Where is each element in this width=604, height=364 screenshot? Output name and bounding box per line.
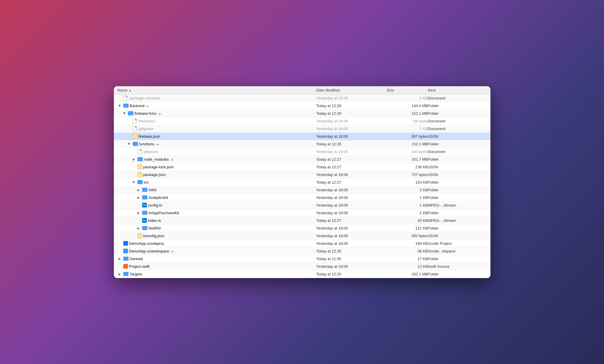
name-cell: DemoApp.xcworkspace ☁ (117, 249, 316, 253)
kind-cell: Folder (428, 195, 487, 200)
kind-cell: Folder (428, 226, 487, 230)
table-row[interactable]: .firebaserc Yesterday at 18:09 68 bytes … (114, 117, 490, 125)
col-name-header[interactable]: Name ▲ (117, 88, 316, 92)
size-cell: 2 KB (387, 211, 428, 215)
date-cell: Yesterday at 18:09 (316, 264, 387, 269)
table-row[interactable]: .gitignore Yesterday at 18:09 1 KB Docum… (114, 125, 490, 133)
kind-cell: Folder (428, 211, 487, 215)
table-row[interactable]: ▶ AnalyticsKit Yesterday at 18:09 1 KB F… (114, 194, 490, 202)
table-row[interactable]: Project.swift Yesterday at 18:09 12 KB S… (114, 263, 490, 270)
size-cell: 151,7 MB (387, 157, 428, 162)
date-cell: Today at 12:26 (316, 249, 387, 253)
size-cell: 152,1 MB (387, 142, 428, 146)
table-row[interactable]: tsconfig.json Yesterday at 18:09 250 byt… (114, 232, 490, 240)
size-cell: 2 KB (387, 188, 428, 192)
file-name: firebase.json (139, 134, 160, 139)
file-name: .gitignore (143, 149, 158, 154)
name-cell: ▶ functions ☁ (117, 142, 316, 146)
cloud-icon: ☁ (156, 142, 159, 146)
kind-cell: Folder (428, 111, 487, 116)
table-row[interactable]: ▶ InAppPurchaseKit Yesterday at 18:09 2 … (114, 209, 490, 217)
table-row[interactable]: ▶ NotifKit Yesterday at 18:09 121 KB Fol… (114, 225, 490, 232)
table-row[interactable]: .gitignore Yesterday at 18:09 146 bytes … (114, 148, 490, 156)
file-name: DemoApp.xcodeproj (129, 241, 164, 246)
date-cell: Yesterday at 18:09 (316, 188, 387, 192)
table-row[interactable]: ▶ Targets Today at 12:25 102,1 MB Folder (114, 270, 490, 278)
date-cell: Today at 12:27 (316, 157, 387, 162)
kind-cell: JSON (428, 134, 487, 139)
name-cell: DemoApp.xcodeproj (117, 241, 316, 246)
name-cell: TS index.ts (117, 218, 316, 223)
table-row[interactable]: ▶ src Today at 12:27 153 KB Folder (114, 179, 490, 186)
file-name: config.ts (148, 203, 162, 207)
table-row[interactable]: ▶ AIKit Yesterday at 18:09 2 KB Folder (114, 186, 490, 194)
date-cell: Today at 12:28 (316, 142, 387, 146)
table-row[interactable]: firebase.json Yesterday at 18:09 287 byt… (114, 133, 490, 140)
file-name: .gitignore (138, 127, 154, 131)
name-cell: Project.swift (117, 264, 316, 269)
table-row[interactable]: package.json Yesterday at 18:09 737 byte… (114, 171, 490, 179)
table-row[interactable]: ▶ node_modules ☁ Today at 12:27 151,7 MB… (114, 156, 490, 163)
kind-cell: Document (428, 119, 487, 123)
kind-cell: JSON (428, 234, 487, 238)
size-cell: 238 KB (387, 165, 428, 169)
name-cell: ▶ InAppPurchaseKit (117, 211, 316, 215)
cloud-icon: ☁ (170, 249, 174, 253)
size-cell: 146 bytes (387, 149, 428, 154)
table-row[interactable]: ▶ functions ☁ Today at 12:28 152,1 MB Fo… (114, 140, 490, 148)
file-name: InAppPurchaseKit (149, 211, 179, 215)
table-row[interactable]: TS config.ts Yesterday at 18:09 1 KB MPE… (114, 202, 490, 209)
file-name: AIKit (149, 188, 157, 192)
size-cell: 1 KB (387, 127, 428, 131)
table-row[interactable]: ▶ Backend ☁ Today at 12:28 144,4 MB Fold… (114, 102, 490, 110)
date-cell: Yesterday at 18:09 (316, 241, 387, 246)
date-cell: Today at 12:28 (316, 104, 387, 108)
kind-cell: Folder (428, 272, 487, 276)
cloud-icon: ☁ (170, 157, 174, 161)
table-row[interactable]: .package.resolved Yesterday at 18:09 6 K… (114, 94, 490, 102)
size-cell: 144,4 MB (387, 104, 428, 108)
name-cell: package-lock.json (117, 164, 316, 169)
kind-cell: Folder (428, 104, 487, 108)
size-cell: 12 KB (387, 264, 428, 269)
size-cell: 152,1 MB (387, 111, 428, 116)
cloud-icon: ☁ (158, 111, 161, 115)
kind-cell: Folder (428, 257, 487, 261)
date-cell: Yesterday at 18:09 (316, 226, 387, 230)
file-name: .firebaserc (138, 119, 156, 123)
name-cell: ▶ NotifKit (117, 226, 316, 230)
table-row[interactable]: package-lock.json Today at 12:27 238 KB … (114, 163, 490, 171)
table-row[interactable]: ▶ firebase-func ☁ Today at 12:28 152,1 M… (114, 110, 490, 117)
table-row[interactable]: DemoApp.xcodeproj Yesterday at 18:09 168… (114, 240, 490, 247)
name-cell: .package.resolved (117, 96, 316, 101)
size-cell: 1 KB (387, 203, 428, 207)
size-cell: 121 KB (387, 226, 428, 230)
kind-cell: Document (428, 96, 487, 100)
file-name: Backend (130, 104, 145, 108)
file-name: package-lock.json (143, 165, 174, 169)
date-cell: Yesterday at 18:09 (316, 119, 387, 123)
kind-cell: MPEG-...Stream (428, 218, 487, 223)
table-row[interactable]: TS index.ts Today at 12:27 20 KB MPEG-..… (114, 217, 490, 225)
col-size-header[interactable]: Size (387, 88, 428, 92)
col-kind-header[interactable]: Kind (428, 88, 487, 92)
date-cell: Today at 12:27 (316, 218, 387, 223)
size-cell: 287 bytes (387, 134, 428, 139)
size-cell: 250 bytes (387, 234, 428, 238)
file-name: NotifKit (149, 226, 161, 230)
table-row[interactable]: ▶ Derived Today at 11:35 17 KB Folder (114, 255, 490, 263)
col-name-label: Name (117, 88, 128, 92)
sort-arrow-icon: ▲ (129, 89, 132, 92)
file-name: tsconfig.json (143, 234, 164, 238)
file-name: src (144, 180, 149, 185)
table-row[interactable]: DemoApp.xcworkspace ☁ Today at 12:26 36 … (114, 247, 490, 255)
file-name: functions (139, 142, 154, 146)
file-name: Derived (130, 257, 143, 261)
date-cell: Today at 11:35 (316, 257, 387, 261)
kind-cell: MPEG-...Stream (428, 203, 487, 207)
size-cell: 168 KB (387, 241, 428, 246)
col-date-header[interactable]: Date Modified (316, 88, 387, 92)
name-cell: tsconfig.json (117, 233, 316, 238)
date-cell: Today at 12:27 (316, 180, 387, 185)
name-cell: ▶ Derived (117, 257, 316, 261)
